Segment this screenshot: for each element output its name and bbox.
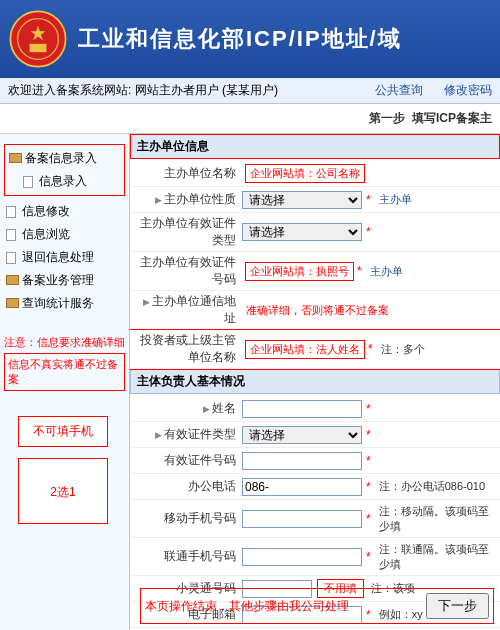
tree-biz-mgmt[interactable]: 备案业务管理 <box>4 269 125 292</box>
section-1-title: 主办单位信息 <box>130 134 500 159</box>
tree-info-view[interactable]: 信息浏览 <box>4 223 125 246</box>
footer-bar: 本页操作结束，其他步骤由我公司处理 下一步 <box>140 588 494 624</box>
select-org-nature[interactable]: 请选择 <box>242 191 362 209</box>
sidebar: 备案信息录入 信息录入 信息修改 信息浏览 退回信息处理 备案业务管理 查询统计… <box>0 134 130 630</box>
label-unicom: 联通手机号码 <box>130 546 240 567</box>
hint-address: 准确详细，否则将通不过备案 <box>246 303 389 318</box>
sidebar-note-1: 注意：信息要求准确详细 <box>4 335 125 350</box>
label-org-name: 主办单位名称 <box>130 163 240 184</box>
app-title: 工业和信息化部ICP/IP地址/域 <box>78 24 402 54</box>
input-mobile[interactable] <box>242 510 362 528</box>
select-cert-type[interactable]: 请选择 <box>242 223 362 241</box>
label-cert-no: 主办单位有效证件号码 <box>130 252 240 290</box>
label-office-phone: 办公电话 <box>130 476 240 497</box>
footer-note: 本页操作结束，其他步骤由我公司处理 <box>145 598 349 615</box>
top-bar: 欢迎进入备案系统网站: 网站主办者用户 (某某用户) 公共查询 修改密码 <box>0 78 500 104</box>
main-content: 主办单位信息 主办单位名称企业网站填：公司名称 主办单位性质请选择*主办单 主办… <box>130 134 500 630</box>
public-query-link[interactable]: 公共查询 <box>375 83 423 97</box>
national-emblem-icon <box>8 9 68 69</box>
tree-root[interactable]: 备案信息录入 <box>7 147 122 170</box>
annotation-no-mobile: 不可填手机 <box>18 416 108 447</box>
annotation-two-of-one: 2选1 <box>18 458 108 524</box>
hint-org-name: 企业网站填：公司名称 <box>246 165 364 182</box>
svg-rect-3 <box>30 44 47 52</box>
label-investor: 投资者或上级主管单位名称 <box>130 330 240 368</box>
label-pcert-no: 有效证件号码 <box>130 450 240 471</box>
label-org-nature: 主办单位性质 <box>130 189 240 210</box>
input-pcert-no[interactable] <box>242 452 362 470</box>
input-name[interactable] <box>242 400 362 418</box>
tree-query-stats[interactable]: 查询统计服务 <box>4 292 125 315</box>
label-name: 姓名 <box>130 398 240 419</box>
tree-info-edit[interactable]: 信息修改 <box>4 200 125 223</box>
select-pcert-type[interactable]: 请选择 <box>242 426 362 444</box>
sidebar-note-2: 信息不真实将通不过备案 <box>4 353 125 391</box>
next-button[interactable]: 下一步 <box>426 593 489 619</box>
change-password-link[interactable]: 修改密码 <box>444 83 492 97</box>
step-bar: 第一步 填写ICP备案主 <box>0 104 500 134</box>
input-unicom[interactable] <box>242 548 362 566</box>
tree-info-return[interactable]: 退回信息处理 <box>4 246 125 269</box>
label-pcert-type: 有效证件类型 <box>130 424 240 445</box>
app-header: 工业和信息化部ICP/IP地址/域 <box>0 0 500 78</box>
svg-point-0 <box>10 11 65 66</box>
hint-cert-no: 企业网站填：执照号 <box>246 263 353 280</box>
label-address: 主办单位通信地址 <box>130 291 240 329</box>
welcome-text: 欢迎进入备案系统网站: 网站主办者用户 (某某用户) <box>8 82 278 99</box>
label-mobile: 移动手机号码 <box>130 508 240 529</box>
hint-investor: 企业网站填：法人姓名 <box>246 341 364 358</box>
section-2-title: 主体负责人基本情况 <box>130 369 500 394</box>
label-cert-type: 主办单位有效证件类型 <box>130 213 240 251</box>
input-office-phone[interactable] <box>242 478 362 496</box>
tree-info-entry[interactable]: 信息录入 <box>21 170 122 193</box>
